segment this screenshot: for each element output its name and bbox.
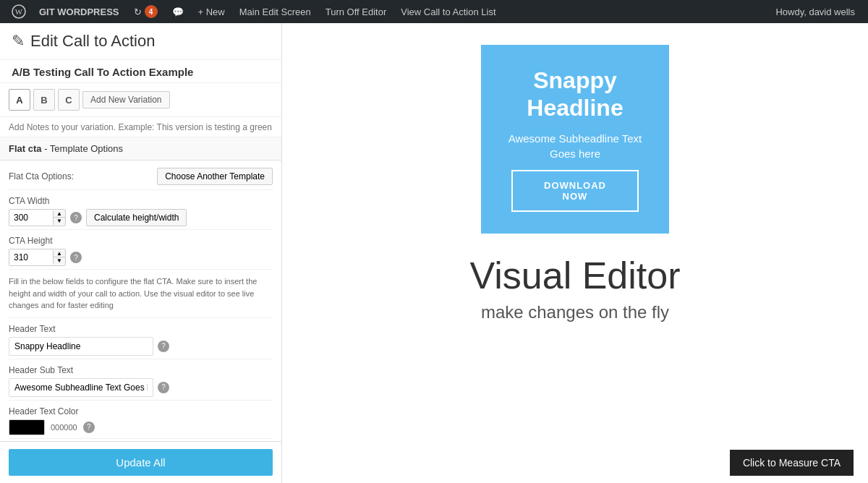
add-variation-button[interactable]: Add New Variation — [82, 91, 170, 108]
header-sub-text-help[interactable]: ? — [158, 382, 169, 393]
variation-tab-b[interactable]: B — [33, 89, 55, 111]
variation-tab-a[interactable]: A — [9, 89, 30, 111]
view-cta-list-link[interactable]: View Call to Action List — [393, 0, 503, 23]
update-count: 4 — [145, 5, 158, 18]
header-text-input[interactable] — [9, 337, 153, 356]
turn-off-editor-link[interactable]: Turn Off Editor — [318, 0, 394, 23]
edit-icon: ✎ — [12, 32, 25, 51]
header-text-color-help[interactable]: ? — [83, 422, 95, 433]
header-text-group: Header Text ? — [9, 318, 273, 359]
cta-height-row: ▲ ▼ ? — [9, 249, 273, 266]
header-text-color-group: Header Text Color 000000 ? — [9, 401, 273, 439]
cta-width-down[interactable]: ▼ — [54, 218, 65, 225]
header-text-row: ? — [9, 337, 273, 356]
measure-cta-button[interactable]: Click to Measure CTA — [730, 450, 854, 476]
header-text-color-row: 000000 ? — [9, 419, 273, 435]
admin-bar: W GIT WORDPRESS ↻ 4 💬 + New Main Edit Sc… — [0, 0, 868, 23]
site-name[interactable]: GIT WORDPRESS — [32, 0, 127, 23]
variation-notes-input[interactable] — [9, 122, 273, 132]
new-item[interactable]: + New — [191, 0, 232, 23]
cta-height-spinner: ▲ ▼ — [9, 249, 66, 266]
cta-width-arrows: ▲ ▼ — [53, 210, 65, 225]
variation-tabs: A B C Add New Variation — [0, 83, 281, 117]
cta-width-label: CTA Width — [9, 196, 273, 206]
header-text-label: Header Text — [9, 324, 273, 334]
cta-height-group: CTA Height ▲ ▼ ? — [9, 230, 273, 270]
header-sub-text-label: Header Sub Text — [9, 365, 273, 375]
comments-item[interactable]: 💬 — [165, 0, 191, 23]
template-options-text: Template Options — [50, 143, 123, 154]
cta-width-row: ▲ ▼ ? Calculate height/width — [9, 209, 273, 226]
cta-download-button[interactable]: DOWNLOAD NOW — [511, 170, 639, 212]
variation-notes — [0, 117, 281, 137]
choose-template-button[interactable]: Choose Another Template — [157, 168, 273, 185]
calc-height-width-button[interactable]: Calculate height/width — [86, 209, 187, 226]
main-edit-screen-link[interactable]: Main Edit Screen — [232, 0, 318, 23]
variation-tab-c[interactable]: C — [58, 89, 80, 111]
template-options-label: - — [44, 143, 50, 154]
cta-width-group: CTA Width ▲ ▼ ? Calculate height/width — [9, 190, 273, 230]
header-text-help[interactable]: ? — [158, 341, 169, 352]
refresh-icon: ↻ — [134, 7, 142, 17]
ab-test-name: A/B Testing Call To Action Example — [0, 60, 281, 83]
visual-editor-subtitle: make changes on the fly — [470, 302, 681, 322]
flat-cta-options-row: Flat Cta Options: Choose Another Templat… — [9, 161, 273, 190]
cta-height-up[interactable]: ▲ — [54, 250, 65, 257]
cta-headline: Snappy Headline — [495, 67, 655, 122]
visual-editor-title: Visual Editor — [470, 255, 681, 296]
page-title: Edit Call to Action — [30, 32, 155, 51]
right-panel: Snappy Headline Awesome Subheadline Text… — [282, 23, 868, 483]
cta-width-up[interactable]: ▲ — [54, 210, 65, 218]
howdy-label: Howdy, david wells — [768, 0, 862, 23]
cta-width-input[interactable] — [9, 210, 53, 226]
wp-logo[interactable]: W — [6, 0, 32, 23]
options-scroll: Flat Cta Options: Choose Another Templat… — [0, 161, 281, 441]
info-text: Fill in the below fields to configure th… — [9, 270, 273, 318]
flat-cta-label: Flat Cta Options: — [9, 171, 151, 181]
template-name: Flat cta — [9, 143, 42, 154]
header-sub-text-group: Header Sub Text ? — [9, 359, 273, 401]
cta-height-arrows: ▲ ▼ — [53, 250, 65, 265]
visual-editor-text: Visual Editor make changes on the fly — [470, 255, 681, 322]
template-options-header: Flat cta - Template Options — [0, 137, 281, 161]
updates-item[interactable]: ↻ 4 — [127, 0, 165, 23]
cta-height-down[interactable]: ▼ — [54, 257, 65, 265]
page-title-bar: ✎ Edit Call to Action — [0, 23, 281, 60]
cta-height-label: CTA Height — [9, 236, 273, 246]
cta-height-input[interactable] — [9, 249, 53, 265]
header-text-color-swatch[interactable] — [9, 419, 45, 435]
update-all-button[interactable]: Update All — [9, 449, 273, 476]
cta-height-help[interactable]: ? — [70, 252, 82, 263]
update-all-bar: Update All — [0, 441, 281, 483]
header-text-color-label: Header Text Color — [9, 406, 273, 416]
header-sub-text-row: ? — [9, 378, 273, 397]
cta-preview: Snappy Headline Awesome Subheadline Text… — [481, 45, 669, 234]
cta-width-spinner: ▲ ▼ — [9, 209, 66, 226]
svg-text:W: W — [15, 7, 23, 16]
cta-width-help[interactable]: ? — [70, 212, 82, 223]
header-sub-text-input[interactable] — [9, 378, 153, 397]
header-text-color-value: 000000 — [51, 423, 77, 432]
left-panel: ✎ Edit Call to Action A/B Testing Call T… — [0, 23, 282, 483]
main-layout: ✎ Edit Call to Action A/B Testing Call T… — [0, 23, 868, 483]
cta-subheadline: Awesome Subheadline Text Goes here — [495, 131, 655, 161]
